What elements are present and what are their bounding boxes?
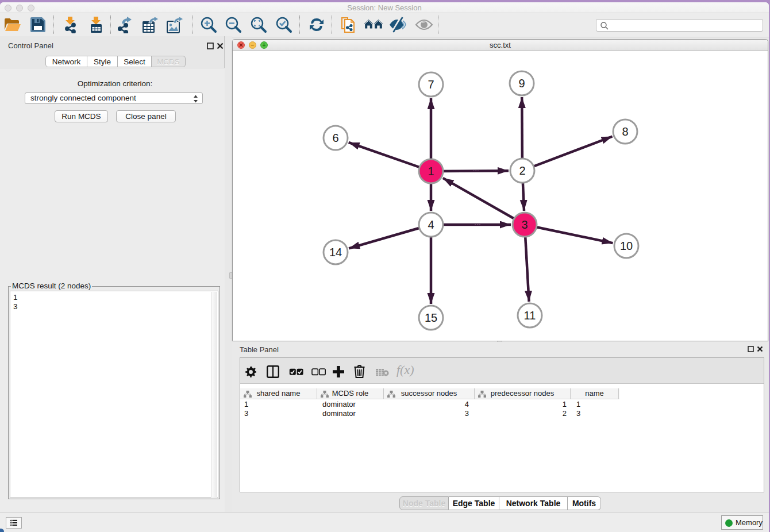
- svg-text:8: 8: [622, 125, 628, 138]
- svg-text:2: 2: [519, 164, 525, 177]
- svg-text:3: 3: [521, 218, 528, 231]
- svg-text:7: 7: [428, 78, 434, 91]
- svg-text:14: 14: [329, 246, 342, 259]
- svg-text:9: 9: [518, 77, 525, 90]
- svg-text:10: 10: [620, 240, 633, 252]
- svg-text:11: 11: [524, 309, 536, 322]
- svg-text:4: 4: [428, 218, 434, 231]
- svg-text:15: 15: [425, 311, 437, 324]
- svg-text:6: 6: [332, 132, 338, 144]
- svg-text:1: 1: [428, 165, 434, 178]
